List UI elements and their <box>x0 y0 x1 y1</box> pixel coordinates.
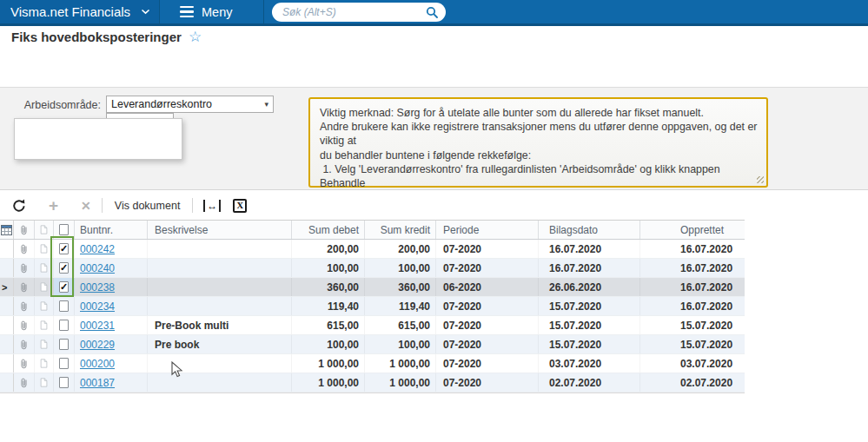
paperclip-icon[interactable] <box>14 278 35 296</box>
delete-row-icon[interactable]: ✕ <box>81 199 91 213</box>
global-search <box>272 3 446 22</box>
paperclip-icon[interactable] <box>14 240 35 258</box>
export-excel-icon[interactable]: X <box>233 199 247 213</box>
column-header-bilagsdato[interactable]: Bilagsdato <box>539 221 640 239</box>
column-header-periode[interactable]: Periode <box>436 221 539 239</box>
row-checkbox[interactable] <box>54 240 75 258</box>
menu-label: Meny <box>202 5 232 19</box>
buntnr-link[interactable]: 000187 <box>80 377 115 389</box>
table-row[interactable]: > 000242 200,00 200,00 07-2020 16.07.202… <box>0 240 745 259</box>
buntnr-link[interactable]: 000229 <box>80 339 115 351</box>
buntnr-link[interactable]: 000238 <box>80 281 115 294</box>
periode-cell: 07-2020 <box>436 297 539 315</box>
important-notice: Viktig merknad: Sørg for å utelate alle … <box>308 97 768 188</box>
periode-cell: 07-2020 <box>436 259 539 277</box>
bilagsdato-cell: 16.07.2020 <box>539 259 640 277</box>
sum-debet-cell: 100,00 <box>292 259 365 277</box>
row-pointer-cell: > <box>0 297 14 315</box>
periode-cell: 07-2020 <box>436 354 539 373</box>
paperclip-icon[interactable] <box>14 259 35 277</box>
row-checkbox[interactable] <box>54 354 75 373</box>
beskrivelse-cell <box>148 278 292 296</box>
search-icon[interactable] <box>426 6 439 19</box>
active-row-arrow-icon: > <box>2 282 7 293</box>
menu-button[interactable]: Meny <box>161 0 264 23</box>
paperclip-icon[interactable] <box>14 335 35 353</box>
favorite-star-icon[interactable]: ☆ <box>189 30 202 44</box>
paperclip-icon[interactable] <box>14 354 35 373</box>
row-checkbox[interactable] <box>54 278 75 296</box>
row-pointer-cell: > <box>0 354 14 373</box>
grid-refresh-icon[interactable] <box>12 199 26 213</box>
buntnr-link[interactable]: 000200 <box>80 358 115 370</box>
vis-dokument-button[interactable]: Vis dokument <box>113 196 182 215</box>
sum-debet-cell: 119,40 <box>292 297 365 315</box>
resize-grip-icon[interactable] <box>757 176 764 183</box>
note-icon[interactable] <box>35 316 54 334</box>
paperclip-icon[interactable] <box>14 316 35 334</box>
grid-settings-icon[interactable] <box>0 221 14 239</box>
beskrivelse-cell: Pre book <box>148 335 292 353</box>
opprettet-cell: 16.07.2020 <box>640 240 745 258</box>
buntnr-link[interactable]: 000242 <box>80 243 115 255</box>
opprettet-cell: 15.07.2020 <box>640 335 745 353</box>
sum-kredit-cell: 100,00 <box>365 259 436 277</box>
table-row[interactable]: > 000231 Pre-Book multi 615,00 615,00 07… <box>0 316 745 335</box>
column-header-opprettet[interactable]: Opprettet <box>640 221 745 239</box>
periode-cell: 07-2020 <box>436 335 539 353</box>
column-header-sum-debet[interactable]: Sum debet <box>292 221 365 239</box>
add-row-icon[interactable]: + <box>49 196 58 215</box>
toolbar-divider <box>102 198 103 213</box>
row-pointer-cell: > <box>0 335 14 353</box>
note-icon[interactable] <box>35 354 54 373</box>
sum-debet-cell: 1 000,00 <box>292 354 365 373</box>
table-row[interactable]: > 000229 Pre book 100,00 100,00 07-2020 … <box>0 335 745 354</box>
fit-width-icon[interactable]: ↔ <box>203 200 221 212</box>
search-input[interactable] <box>282 6 426 18</box>
table-row[interactable]: > 000240 100,00 100,00 07-2020 16.07.202… <box>0 259 745 278</box>
table-row[interactable]: > 000234 119,40 119,40 07-2020 15.07.202… <box>0 297 745 316</box>
row-checkbox[interactable] <box>54 335 75 353</box>
opprettet-cell: 15.07.2020 <box>640 316 745 334</box>
app-switcher[interactable]: Visma.net Financials <box>0 0 160 23</box>
buntnr-link[interactable]: 000240 <box>80 262 115 274</box>
note-icon[interactable] <box>35 259 54 277</box>
note-icon[interactable] <box>35 240 54 258</box>
notes-column-header note-icon <box>35 221 54 239</box>
table-row[interactable]: > 000187 1 000,00 1 000,00 07-2020 02.07… <box>0 373 745 393</box>
periode-cell: 07-2020 <box>436 373 539 392</box>
bilagsdato-cell: 15.07.2020 <box>539 316 640 334</box>
sum-kredit-cell: 119,40 <box>365 297 436 315</box>
opprettet-cell: 03.07.2020 <box>640 354 745 373</box>
table-row[interactable]: > 000238 360,00 360,00 06-2020 26.06.202… <box>0 278 745 297</box>
table-row[interactable]: > 000200 1 000,00 1 000,00 07-2020 03.07… <box>0 354 745 373</box>
row-checkbox[interactable] <box>54 259 75 277</box>
note-icon[interactable] <box>35 278 54 296</box>
buntnr-link[interactable]: 000231 <box>80 320 115 332</box>
column-header-beskrivelse[interactable]: Beskrivelse <box>148 221 292 239</box>
paperclip-icon[interactable] <box>14 297 35 315</box>
periode-cell: 06-2020 <box>436 278 539 296</box>
column-header-sum-kredit[interactable]: Sum kredit <box>365 221 436 239</box>
bilagsdato-cell: 03.07.2020 <box>539 354 640 373</box>
column-header-buntnr[interactable]: Buntnr. <box>75 221 148 239</box>
select-all-checkbox[interactable] <box>54 221 75 239</box>
dropdown-popup[interactable] <box>14 118 182 160</box>
arbeidsomrade-select[interactable]: Leverandørreskontro ▾ <box>106 96 274 113</box>
row-checkbox[interactable] <box>54 373 75 392</box>
note-icon[interactable] <box>35 335 54 353</box>
buntnr-link[interactable]: 000234 <box>80 300 115 313</box>
row-checkbox[interactable] <box>54 316 75 334</box>
beskrivelse-cell <box>148 240 292 258</box>
row-checkbox[interactable] <box>54 297 75 315</box>
chevron-down-icon <box>141 9 150 15</box>
sum-debet-cell: 615,00 <box>292 316 365 334</box>
note-icon[interactable] <box>35 373 54 392</box>
notice-line: Andre brukere kan ikke registrere transa… <box>320 120 758 148</box>
sum-kredit-cell: 100,00 <box>365 335 436 353</box>
sum-kredit-cell: 1 000,00 <box>365 354 436 373</box>
paperclip-icon[interactable] <box>14 373 35 392</box>
note-icon[interactable] <box>35 297 54 315</box>
page-title: Fiks hovedboksposteringer <box>11 30 182 44</box>
sum-kredit-cell: 1 000,00 <box>365 373 436 392</box>
